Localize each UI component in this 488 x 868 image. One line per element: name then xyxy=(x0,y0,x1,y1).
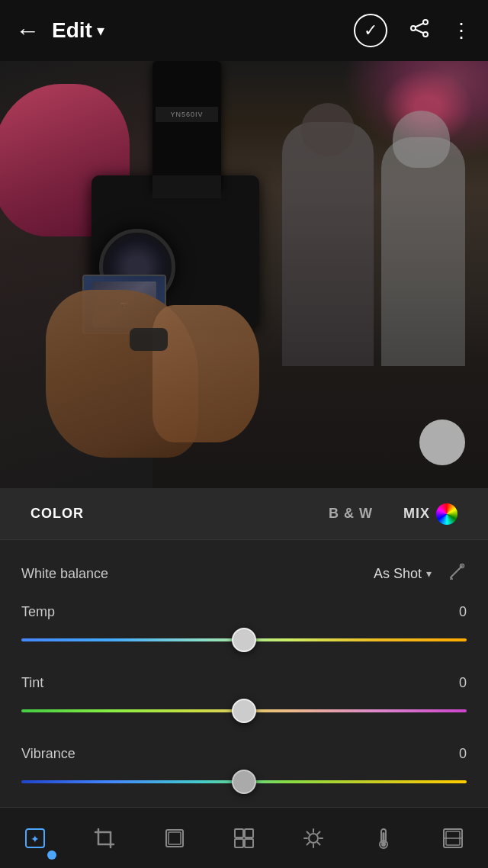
vibrance-slider-header: Vibrance 0 xyxy=(21,746,467,762)
temp-slider-row: Temp 0 xyxy=(21,604,467,651)
svg-line-4 xyxy=(416,29,424,33)
temp-slider-track-wrap[interactable] xyxy=(21,629,467,651)
bg-groom-head xyxy=(301,103,355,156)
svg-text:✦: ✦ xyxy=(30,833,40,845)
svg-rect-33 xyxy=(382,832,384,843)
eyedropper-button[interactable] xyxy=(447,561,467,586)
flash-brand: YN560IV xyxy=(156,107,218,122)
more-button[interactable]: ⋮ xyxy=(451,19,473,43)
vibrance-label: Vibrance xyxy=(21,746,75,762)
vibrance-slider-track xyxy=(21,780,467,783)
auto-icon: ✦ xyxy=(23,826,47,850)
svg-line-28 xyxy=(318,842,320,844)
selective-icon xyxy=(232,826,256,850)
title-dropdown-arrow[interactable]: ▾ xyxy=(97,21,104,40)
tint-label: Tint xyxy=(21,675,43,691)
svg-rect-21 xyxy=(245,839,253,847)
tint-slider-row: Tint 0 xyxy=(21,675,467,722)
bottom-nav: ✦ xyxy=(0,807,488,868)
tint-slider-thumb[interactable] xyxy=(232,699,256,723)
nav-item-layers[interactable] xyxy=(150,814,199,863)
svg-point-34 xyxy=(381,842,386,847)
light-icon xyxy=(301,826,326,850)
svg-line-29 xyxy=(318,831,320,834)
photo-placeholder: YN560IV 📷 xyxy=(0,61,488,488)
hand-right xyxy=(152,305,259,442)
svg-line-8 xyxy=(451,577,452,579)
thermometer-icon xyxy=(371,826,396,850)
share-icon xyxy=(409,18,430,39)
bg-groom xyxy=(282,122,374,366)
svg-rect-18 xyxy=(235,829,243,837)
check-button[interactable]: ✓ xyxy=(354,14,387,47)
wrist-band xyxy=(130,328,168,351)
svg-line-30 xyxy=(307,842,310,844)
title-group: Edit ▾ xyxy=(52,18,354,43)
svg-rect-19 xyxy=(245,829,253,837)
svg-point-2 xyxy=(411,26,416,31)
mix-color-wheel xyxy=(436,503,458,525)
camera-flash-base xyxy=(152,175,221,198)
svg-rect-17 xyxy=(169,832,181,844)
temp-value: 0 xyxy=(459,604,467,620)
bg-bride xyxy=(381,137,465,366)
vibrance-slider-thumb[interactable] xyxy=(232,770,256,794)
svg-line-5 xyxy=(451,569,459,577)
top-bar: ← Edit ▾ ✓ ⋮ xyxy=(0,0,488,61)
vibrance-value: 0 xyxy=(459,746,467,762)
tab-mix[interactable]: MIX xyxy=(388,496,473,532)
vibrance-slider-row: Vibrance 0 xyxy=(21,746,467,792)
tint-slider-track xyxy=(21,709,467,712)
tab-color[interactable]: COLOR xyxy=(15,498,99,529)
wb-dropdown-arrow: ▾ xyxy=(426,567,432,580)
tint-value: 0 xyxy=(459,675,467,691)
temp-slider-header: Temp 0 xyxy=(21,604,467,620)
svg-point-22 xyxy=(309,834,318,843)
svg-line-3 xyxy=(416,23,424,27)
svg-point-1 xyxy=(423,32,428,37)
white-balance-label: White balance xyxy=(21,566,374,582)
camera-flash xyxy=(152,61,221,191)
page-title: Edit xyxy=(52,18,92,43)
back-button[interactable]: ← xyxy=(15,18,40,43)
svg-rect-20 xyxy=(235,839,243,847)
nav-item-light[interactable] xyxy=(289,814,338,863)
auto-badge xyxy=(47,850,56,860)
header-right-icons: ✓ ⋮ xyxy=(354,14,473,47)
temp-label: Temp xyxy=(21,604,55,620)
vibrance-slider-track-wrap[interactable] xyxy=(21,771,467,792)
svg-point-0 xyxy=(423,20,428,24)
temp-slider-track xyxy=(21,638,467,641)
tint-slider-header: Tint 0 xyxy=(21,675,467,691)
detail-icon xyxy=(441,826,465,850)
photo-area: YN560IV 📷 xyxy=(0,61,488,488)
nav-item-auto[interactable]: ✦ xyxy=(11,814,59,863)
nav-item-color[interactable] xyxy=(359,814,408,863)
bg-bride-head xyxy=(393,111,450,168)
nav-item-selective[interactable] xyxy=(220,814,268,863)
white-balance-dropdown[interactable]: As Shot ▾ xyxy=(374,566,432,582)
white-circle-button[interactable] xyxy=(419,420,465,465)
crop-icon xyxy=(92,826,117,850)
white-balance-row: White balance As Shot ▾ xyxy=(21,561,467,586)
color-type-tabs: COLOR B & W MIX xyxy=(0,488,488,540)
layers-icon xyxy=(162,826,187,850)
tab-bw[interactable]: B & W xyxy=(313,498,388,529)
nav-item-crop[interactable] xyxy=(80,814,129,863)
share-button[interactable] xyxy=(409,18,430,44)
nav-item-detail[interactable] xyxy=(429,814,477,863)
sliders-section: White balance As Shot ▾ Temp 0 xyxy=(0,540,488,832)
tint-slider-track-wrap[interactable] xyxy=(21,700,467,722)
eyedropper-icon xyxy=(447,561,467,581)
svg-line-27 xyxy=(307,831,310,834)
temp-slider-thumb[interactable] xyxy=(232,628,256,652)
